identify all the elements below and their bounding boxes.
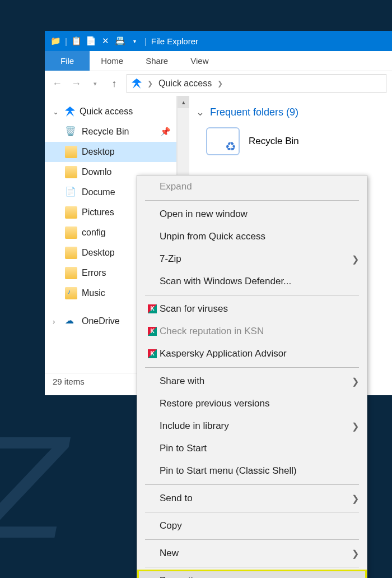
menu-send-to[interactable]: Send to❯ <box>137 487 367 510</box>
qat-delete-icon[interactable]: ✕ <box>101 36 111 46</box>
frequent-item-recycle-bin[interactable]: Recycle Bin <box>206 127 385 155</box>
quick-access-icon <box>65 107 75 117</box>
tab-share[interactable]: Share <box>134 51 179 71</box>
menu-separator <box>145 367 359 368</box>
tree-label: Recycle Bin <box>82 127 156 137</box>
menu-unpin[interactable]: Unpin from Quick access <box>137 225 367 248</box>
folder-icon <box>65 166 77 178</box>
menu-separator <box>145 295 359 295</box>
frequent-folders-label: Frequent folders (9) <box>210 107 298 118</box>
frequent-folders-header[interactable]: ⌄ Frequent folders (9) <box>196 106 385 118</box>
chevron-right-icon: ❯ <box>352 421 359 432</box>
title-bar[interactable]: 📁 | 📋 📄 ✕ 📇 ▾ | File Explorer <box>45 31 392 51</box>
menu-separator <box>145 512 359 512</box>
menu-kaspersky-advisor[interactable]: Kaspersky Application Advisor <box>137 343 367 365</box>
menu-separator <box>145 484 359 485</box>
recycle-bin-icon <box>206 127 240 155</box>
nav-forward-icon: → <box>69 78 83 90</box>
folder-icon: 📁 <box>50 36 60 46</box>
quick-access-icon <box>132 78 142 89</box>
kaspersky-icon <box>145 304 160 313</box>
menu-defender[interactable]: Scan with Windows Defender... <box>137 270 367 293</box>
folder-icon <box>65 267 77 279</box>
menu-properties[interactable]: Properties <box>137 570 367 578</box>
menu-separator <box>145 200 359 201</box>
scroll-up-icon[interactable]: ▴ <box>178 96 189 108</box>
music-folder-icon: ♪ <box>65 287 77 299</box>
tree-label: Desktop <box>82 147 171 157</box>
address-bar[interactable]: ❯ Quick access ❯ <box>127 74 386 93</box>
crumb-quick-access[interactable]: Quick access <box>158 78 212 89</box>
nav-up-icon[interactable]: ↑ <box>108 78 121 90</box>
folder-icon <box>65 247 77 259</box>
menu-open-new-window[interactable]: Open in new window <box>137 203 367 225</box>
tab-home[interactable]: Home <box>90 51 134 71</box>
tree-item-recycle-bin[interactable]: 🗑️ Recycle Bin 📌 <box>45 122 176 142</box>
chevron-right-icon[interactable]: › <box>53 317 60 326</box>
kaspersky-icon <box>145 327 160 336</box>
chevron-right-icon: ❯ <box>352 254 359 265</box>
chevron-down-icon[interactable]: ⌄ <box>196 106 204 118</box>
menu-scan-viruses[interactable]: Scan for viruses <box>137 298 367 320</box>
tree-quick-access[interactable]: ⌄ Quick access <box>45 101 176 122</box>
crumb-sep: ❯ <box>217 80 223 87</box>
menu-expand: Expand <box>137 175 367 198</box>
qat-new-icon[interactable]: 📄 <box>86 36 96 46</box>
tree-label: Quick access <box>80 107 171 117</box>
pin-icon[interactable]: 📌 <box>160 127 171 137</box>
window-title: File Explorer <box>151 36 198 46</box>
nav-back-icon[interactable]: ← <box>50 78 64 90</box>
nav-recent-icon[interactable]: ▾ <box>88 80 102 87</box>
chevron-right-icon: ❯ <box>352 548 359 559</box>
menu-new[interactable]: New❯ <box>137 542 367 565</box>
recycle-bin-icon: 🗑️ <box>65 126 77 138</box>
document-icon: 📄 <box>65 186 77 198</box>
item-label: Recycle Bin <box>249 136 299 147</box>
menu-include-library[interactable]: Include in library❯ <box>137 415 367 437</box>
onedrive-icon: ☁ <box>65 315 77 327</box>
menu-check-ksn: Check reputation in KSN <box>137 320 367 343</box>
folder-icon <box>65 206 77 219</box>
menu-separator <box>145 539 359 540</box>
chevron-down-icon[interactable]: ⌄ <box>53 108 60 116</box>
qat-rename-icon[interactable]: 📇 <box>115 36 125 46</box>
chevron-right-icon: ❯ <box>352 376 359 387</box>
crumb-sep: ❯ <box>147 80 153 87</box>
ribbon-tabs: File Home Share View <box>45 51 392 71</box>
menu-pin-start[interactable]: Pin to Start <box>137 437 367 460</box>
tab-view[interactable]: View <box>179 51 220 71</box>
folder-icon <box>65 146 77 158</box>
menu-restore-previous[interactable]: Restore previous versions <box>137 392 367 415</box>
nav-bar: ← → ▾ ↑ ❯ Quick access ❯ <box>45 71 392 96</box>
qat-dropdown-icon[interactable]: ▾ <box>130 36 140 46</box>
divider: | <box>144 36 147 46</box>
menu-share-with[interactable]: Share with❯ <box>137 370 367 392</box>
tab-file[interactable]: File <box>45 51 90 71</box>
menu-7zip[interactable]: 7-Zip❯ <box>137 248 367 270</box>
menu-pin-classic-shell[interactable]: Pin to Start menu (Classic Shell) <box>137 460 367 482</box>
menu-separator <box>145 567 359 567</box>
status-item-count: 29 items <box>53 377 85 386</box>
folder-icon <box>65 226 77 239</box>
chevron-right-icon: ❯ <box>352 493 359 504</box>
tree-item-desktop[interactable]: Desktop <box>45 142 176 162</box>
context-menu: Expand Open in new window Unpin from Qui… <box>137 175 367 578</box>
qat-properties-icon[interactable]: 📋 <box>72 36 82 46</box>
kaspersky-icon <box>145 349 160 358</box>
menu-copy[interactable]: Copy <box>137 515 367 537</box>
divider: | <box>65 36 67 46</box>
